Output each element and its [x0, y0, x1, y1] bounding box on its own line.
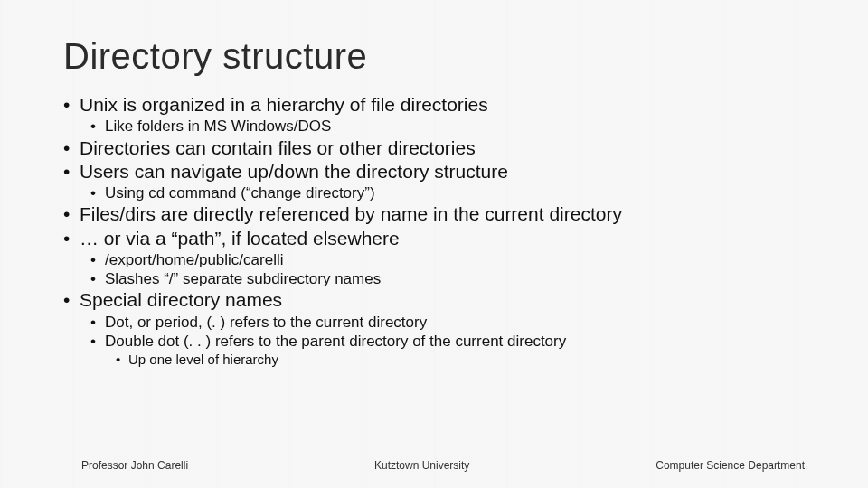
bullet-l1: Files/dirs are directly referenced by na…	[63, 202, 805, 226]
bullet-l1: Directories can contain files or other d…	[63, 136, 805, 160]
slide-title: Directory structure	[63, 36, 805, 77]
bullet-l1: … or via a “path”, if located elsewhere	[63, 227, 805, 250]
bullet-l3: Up one level of hierarchy	[116, 351, 805, 369]
slide: Directory structure Unix is organized in…	[0, 0, 868, 488]
footer-center: Kutztown University	[374, 459, 469, 472]
slide-footer: Professor John Carelli Kutztown Universi…	[0, 459, 868, 472]
bullet-l1: Unix is organized in a hierarchy of file…	[63, 93, 805, 117]
bullet-l2: Dot, or period, (. ) refers to the curre…	[90, 313, 805, 332]
bullet-l1: Users can navigate up/down the directory…	[63, 160, 805, 183]
bullet-l2: Slashes “/” separate subdirectory names	[90, 269, 805, 288]
footer-right: Computer Science Department	[656, 459, 805, 472]
bullet-l2: Using cd command (“change directory”)	[90, 183, 805, 202]
bullet-l2: Double dot (. . ) refers to the parent d…	[90, 332, 805, 351]
slide-body: Unix is organized in a hierarchy of file…	[63, 93, 805, 369]
bullet-l2: /export/home/public/carelli	[90, 250, 805, 269]
footer-left: Professor John Carelli	[81, 459, 188, 472]
bullet-l2: Like folders in MS Windows/DOS	[90, 117, 805, 136]
bullet-l1: Special directory names	[63, 288, 805, 312]
